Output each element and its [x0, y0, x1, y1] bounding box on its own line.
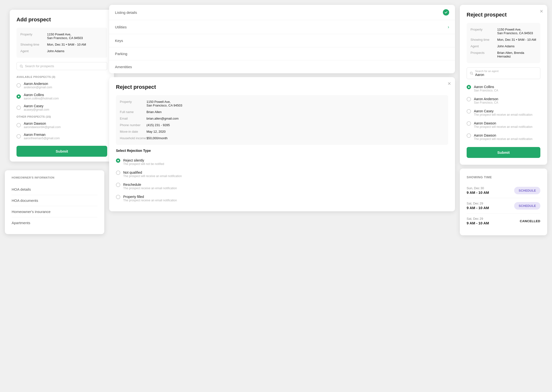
listing-item-parking[interactable]: Parking — [109, 47, 455, 60]
reject-prospect-right-title: Reject prospect — [467, 12, 540, 18]
radio-unselected[interactable] — [467, 109, 471, 114]
homeowner-item[interactable]: HOA documents — [12, 195, 97, 206]
showing-slot: Sat, Dec 29 9 AM - 10 AM SCHEDULE — [467, 198, 540, 213]
radio-unselected[interactable] — [116, 195, 120, 199]
add-prospect-title: Add prospect — [16, 16, 107, 23]
slot-date: Sun, Dec 30 — [467, 186, 489, 190]
slot-date: Sat, Dec 29 — [467, 217, 489, 220]
homeowner-item[interactable]: Homeowner's insurance — [12, 206, 97, 217]
prospect-name: Aaron Casey — [24, 104, 49, 108]
prospect-search-box[interactable]: Search for prospects — [16, 62, 107, 70]
rejection-option-reject-silently[interactable]: Reject silently The prospect will not be… — [116, 156, 448, 168]
list-item[interactable]: Aaron Dawson The prospect will receive a… — [467, 131, 540, 143]
reject-prospect-title: Reject prospect — [116, 84, 448, 90]
reject-prospect-submit-button[interactable]: Submit — [467, 147, 540, 158]
homeowner-item[interactable]: HOA details — [12, 184, 97, 195]
rejection-type-title: Select Rejection Type — [116, 149, 448, 153]
prospect-email: acasey@gmail.com — [24, 108, 49, 111]
listing-details-panel: Listing details Utilities › Keys Parking… — [109, 5, 455, 73]
option-subtitle: The prospect receive an email notificati… — [123, 199, 177, 202]
agent-name: Aaron Dawson — [474, 133, 532, 137]
radio-unselected[interactable] — [16, 123, 21, 127]
listing-item-utilities[interactable]: Utilities › — [109, 20, 455, 34]
list-item[interactable]: Aaron Casey The prospect will receive an… — [467, 107, 540, 119]
option-subtitle: The prospect receive an email notificati… — [123, 187, 177, 190]
agent-search-label: Search for an agent — [475, 70, 499, 73]
showing-time-value: Mon, Dec 31 • 9AM - 10 AM — [497, 38, 536, 41]
agents-list: Aaron Collins San Francisco, CA Aaron An… — [467, 82, 540, 143]
full-name-value: Brian Allen — [146, 110, 162, 114]
option-title: Reject silently — [123, 158, 164, 162]
list-item[interactable]: Aaron Collins aaron.collins@hotmail.com — [16, 91, 107, 102]
rejection-option-not-qualified[interactable]: Not qualified The prospect will receive … — [116, 168, 448, 180]
list-item[interactable]: Aaron Anderson anderson@gmail.com — [16, 80, 107, 91]
slot-time: 9 AM - 10 AM — [467, 206, 489, 210]
property-value: 1150 Powell Ave, San Francisco, CA 94503 — [47, 33, 83, 40]
prospect-search-placeholder: Search for prospects — [25, 64, 54, 68]
property-label: Property — [120, 100, 146, 107]
list-item[interactable]: Aaron Dawson The prospect will receive a… — [467, 119, 540, 131]
radio-selected[interactable] — [116, 158, 120, 163]
parking-label: Parking — [115, 52, 127, 56]
rejection-option-reschedule[interactable]: Reschedule The prospect receive an email… — [116, 180, 448, 192]
agent-name: Aaron Collins — [474, 85, 498, 89]
radio-unselected[interactable] — [16, 106, 21, 110]
slot-date: Sat, Dec 29 — [467, 202, 489, 205]
listing-item-amentities[interactable]: Amentities — [109, 60, 455, 73]
list-item[interactable]: Aaron Collins San Francisco, CA — [467, 82, 540, 95]
schedule-button[interactable]: SCHEDULE — [514, 202, 540, 210]
close-button[interactable]: ✕ — [447, 81, 451, 86]
option-title: Reschedule — [123, 183, 177, 187]
radio-unselected[interactable] — [467, 133, 471, 138]
agent-note: The prospect will receive an email notif… — [474, 113, 532, 116]
list-item[interactable]: Aaron Anderson San Francisco, CA — [467, 95, 540, 107]
listing-item-keys[interactable]: Keys — [109, 34, 455, 47]
showing-time-title: SHOWING TIME — [467, 175, 540, 179]
radio-selected[interactable] — [467, 85, 471, 89]
homeowner-item[interactable]: Apartments — [12, 217, 97, 228]
list-item[interactable]: Aaron Dawson aarondawson94@gmail.com — [16, 120, 107, 131]
listing-item-listing-details[interactable]: Listing details — [109, 5, 455, 20]
agent-name: Aaron Casey — [474, 109, 532, 113]
showing-time-label: Showing time — [471, 38, 497, 41]
showing-time-panel: SHOWING TIME Sun, Dec 30 9 AM - 10 AM SC… — [460, 169, 547, 235]
close-button-right[interactable]: ✕ — [540, 9, 543, 14]
search-icon — [470, 72, 473, 75]
radio-unselected[interactable] — [16, 134, 21, 139]
agent-label: Agent — [20, 49, 47, 53]
property-label: Property — [20, 33, 47, 40]
showing-slot: Sun, Dec 30 9 AM - 10 AM SCHEDULE — [467, 183, 540, 198]
rejection-option-property-filled[interactable]: Property filled The prospect receive an … — [116, 192, 448, 204]
option-title: Not qualified — [123, 171, 182, 174]
radio-unselected[interactable] — [467, 97, 471, 101]
option-title: Property filled — [123, 195, 177, 199]
homeowner-title: HOMEOWNER'S INFORMATION — [12, 176, 97, 179]
list-item[interactable]: Aaron Casey acasey@gmail.com — [16, 102, 107, 113]
list-item[interactable]: Aaron Freman aaronfreeman5@gmail.com — [16, 131, 107, 142]
radio-unselected[interactable] — [16, 83, 21, 88]
agent-search-box[interactable]: Search for an agent Aaron — [467, 67, 540, 79]
prospect-email: aarondawson94@gmail.com — [24, 125, 61, 129]
agent-note: The prospect will receive an email notif… — [474, 137, 532, 141]
check-icon — [443, 9, 449, 16]
radio-unselected[interactable] — [116, 171, 120, 175]
prospects-value: Brian Allen, BrendaHernadez — [497, 51, 524, 58]
agent-search-value: Aaron — [475, 73, 484, 77]
property-value: 1150 Powell Ave,San Francisco, CA 94503 — [497, 28, 533, 35]
prospect-name: Aaron Collins — [24, 93, 59, 97]
income-label: Household income — [120, 136, 146, 140]
radio-unselected[interactable] — [116, 183, 120, 187]
movein-value: May 12, 2020 — [146, 130, 166, 133]
prospect-email: anderson@gmail.com — [24, 86, 52, 89]
reject-prospect-right-panel: ✕ Reject prospect Property 1150 Powell A… — [460, 5, 547, 165]
property-label: Property — [471, 28, 497, 35]
agent-note: The prospect will receive an email notif… — [474, 125, 532, 129]
reject-info-box: Property 1150 Powell Ave,San Francisco, … — [116, 95, 448, 145]
search-icon — [20, 65, 23, 68]
radio-selected[interactable] — [16, 94, 21, 99]
schedule-button[interactable]: SCHEDULE — [514, 187, 540, 194]
email-value: brian.allen@gmail.com — [146, 117, 179, 120]
agent-location: San Francisco, CA — [474, 101, 498, 104]
radio-unselected[interactable] — [467, 121, 471, 126]
add-prospect-submit-button[interactable]: Submit — [16, 146, 107, 157]
